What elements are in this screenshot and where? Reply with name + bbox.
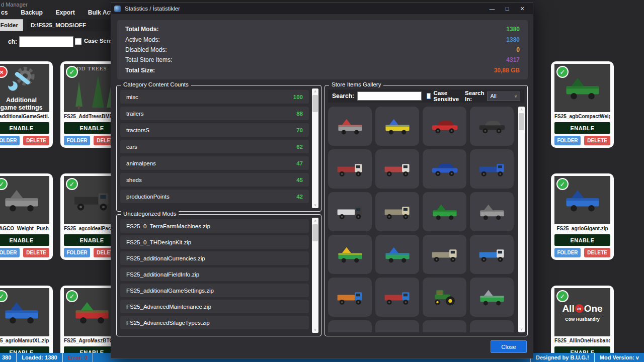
store-item-tile[interactable]: [423, 278, 466, 317]
close-button[interactable]: Close: [491, 340, 527, 353]
stat-value: 30,88 GB: [494, 67, 520, 74]
delete-button[interactable]: DELETE: [23, 136, 49, 145]
store-item-tile[interactable]: [423, 107, 466, 146]
stat-label: Total Mods:: [125, 26, 158, 33]
store-item-tile[interactable]: [470, 107, 514, 146]
stat-row: Disabled Mods: 0: [125, 46, 520, 53]
delete-button[interactable]: DELETE: [23, 248, 49, 257]
dialog-titlebar[interactable]: Statistics / İstatistikler — □ ✕: [111, 3, 533, 14]
store-item-tile[interactable]: [375, 149, 419, 189]
folder-button[interactable]: FOLDER: [0, 248, 20, 257]
main-search-input[interactable]: [19, 36, 73, 47]
store-item-tile[interactable]: [375, 235, 419, 274]
scroll-down-icon[interactable]: ∨: [312, 327, 318, 333]
implement-icon: [383, 117, 412, 135]
mod-card: × Additionalgame settings 5_additionalGa…: [0, 61, 53, 148]
scroll-down-icon[interactable]: ∨: [312, 202, 318, 208]
store-item-tile[interactable]: [375, 278, 419, 317]
folder-button[interactable]: FOLDER: [0, 136, 20, 145]
minimize-icon[interactable]: —: [485, 3, 500, 14]
gallery-search-input[interactable]: [357, 92, 422, 101]
gallery-case-sensitive-checkbox[interactable]: [427, 93, 431, 99]
truck-icon: [383, 160, 412, 178]
category-scrollbar[interactable]: ∧ ∨: [312, 88, 318, 208]
uncategorized-mod-row[interactable]: FS25_additionalGameSettings.zip: [120, 284, 309, 297]
status-segment: Mod Version: v: [594, 353, 644, 362]
uncategorized-mods-list: FS25_0_TerraFarmMachines.zip FS25_0_THDe…: [120, 219, 309, 333]
scroll-thumb[interactable]: [312, 95, 318, 112]
mod-filename: FS25_agrioGigant.zip: [554, 226, 610, 233]
category-row[interactable]: trailers 88: [120, 107, 309, 120]
store-item-tile[interactable]: [375, 192, 419, 231]
enable-button[interactable]: ENABLE: [554, 122, 610, 134]
category-row[interactable]: productionPoints 42: [120, 190, 309, 203]
category-row[interactable]: misc 100: [120, 90, 309, 104]
main-case-sensitive-checkbox[interactable]: [75, 38, 82, 45]
uncategorized-mod-row[interactable]: FS25_AdvancedMaintenance.zip: [120, 300, 309, 313]
scroll-down-icon[interactable]: ∨: [518, 326, 525, 332]
category-row[interactable]: animalpens 47: [120, 156, 309, 170]
car-icon: [477, 117, 507, 135]
maximize-icon[interactable]: □: [500, 3, 515, 14]
store-item-tile[interactable]: [423, 235, 466, 274]
gallery-search-bar: Search: Case Sensitive Search In: All ∨: [328, 89, 524, 103]
folder-button[interactable]: FOLDER: [64, 248, 90, 257]
select-folder-button[interactable]: lect Folder: [0, 19, 23, 31]
uncategorized-scrollbar[interactable]: ∧ ∨: [312, 218, 318, 333]
chevron-down-icon: ∨: [514, 94, 517, 99]
delete-button[interactable]: DELETE: [584, 136, 610, 145]
store-item-tile[interactable]: [375, 107, 419, 146]
main-menubar: csBackupExportBulk Actions: [1, 9, 125, 16]
truck-icon: [336, 160, 365, 178]
delete-button[interactable]: DELETE: [584, 248, 610, 257]
folder-button[interactable]: FOLDER: [554, 136, 581, 145]
uncategorized-mod-row[interactable]: FS25_0_THDesignKit.zip: [120, 235, 309, 249]
store-item-tile[interactable]: [328, 192, 372, 231]
category-row[interactable]: tractorsS 70: [120, 123, 309, 137]
folder-button[interactable]: FOLDER: [64, 136, 90, 145]
store-item-tile[interactable]: [328, 149, 372, 189]
implement-icon: [562, 188, 603, 213]
menu-item-export[interactable]: Export: [56, 9, 75, 16]
card-button-row: FOLDER DELETE: [554, 248, 610, 257]
category-row[interactable]: sheds 45: [120, 173, 309, 187]
enable-button[interactable]: ENABLE: [0, 122, 49, 134]
thumb-caption: Additionalgame settings: [0, 97, 49, 111]
uncategorized-mod-row[interactable]: FS25_AdvancedSilageTypes.zip: [120, 316, 309, 329]
store-item-tile[interactable]: [470, 149, 514, 189]
scroll-thumb[interactable]: [312, 224, 318, 241]
category-row[interactable]: cars 62: [120, 140, 309, 153]
store-item-tile[interactable]: [470, 235, 514, 274]
stat-label: Total Store Items:: [125, 56, 172, 63]
store-item-tile[interactable]: [375, 320, 419, 332]
scroll-thumb[interactable]: [519, 113, 524, 130]
enable-button[interactable]: ENABLE: [554, 234, 610, 246]
folder-button[interactable]: FOLDER: [554, 248, 581, 257]
menu-item-cs[interactable]: cs: [1, 9, 8, 16]
store-item-tile[interactable]: [470, 278, 514, 317]
scroll-up-icon[interactable]: ∧: [312, 88, 318, 95]
store-item-tile[interactable]: [328, 278, 372, 317]
store-item-tile[interactable]: [423, 149, 466, 189]
store-item-tile[interactable]: [470, 192, 514, 231]
store-item-tile[interactable]: [328, 235, 372, 274]
store-item-tile[interactable]: [423, 320, 466, 332]
scroll-up-icon[interactable]: ∧: [518, 107, 525, 113]
enable-button[interactable]: ENABLE: [0, 234, 49, 246]
gallery-search-in-dropdown[interactable]: All ∨: [487, 92, 520, 101]
scroll-up-icon[interactable]: ∧: [312, 218, 318, 224]
store-item-tile[interactable]: [328, 320, 372, 332]
implement-icon: [336, 117, 365, 135]
mod-filename: FS25_0_TerraFarmMachines.zip: [126, 223, 210, 229]
store-item-tile[interactable]: [328, 107, 372, 146]
stat-row: Total Size: 30,88 GB: [125, 67, 520, 74]
uncategorized-mod-row[interactable]: FS25_0_TerraFarmMachines.zip: [120, 219, 309, 233]
menu-item-backup[interactable]: Backup: [21, 9, 42, 16]
uncategorized-mod-row[interactable]: FS25_additionalCurrencies.zip: [120, 251, 309, 265]
gallery-scrollbar[interactable]: ∧ ∨: [518, 107, 525, 332]
store-item-tile[interactable]: [423, 192, 466, 231]
close-icon[interactable]: ✕: [515, 3, 530, 14]
store-item-tile[interactable]: [470, 320, 514, 332]
uncategorized-mod-row[interactable]: FS25_additionalFieldInfo.zip: [120, 267, 309, 281]
category-name: sheds: [126, 177, 142, 183]
